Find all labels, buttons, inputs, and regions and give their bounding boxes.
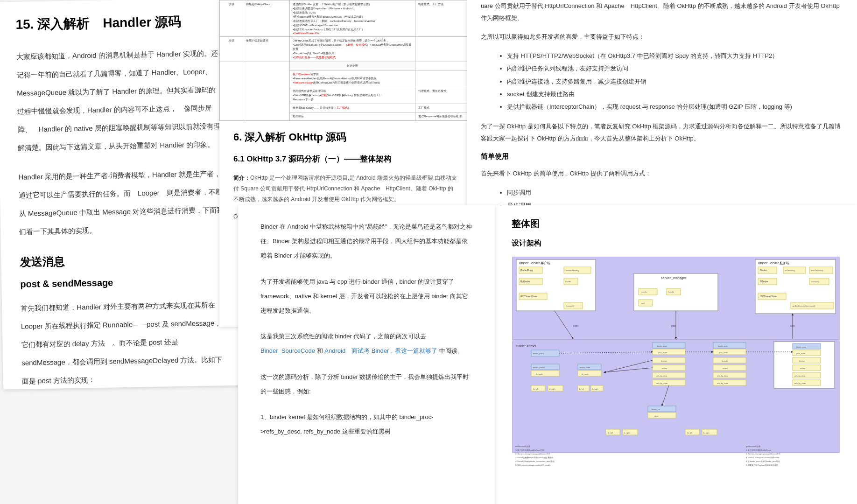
architecture-diagram: Binder Service客户端 BinderProxy transactNa… <box>512 257 840 481</box>
svg-rect-78 <box>793 357 821 363</box>
text: 这是我第三次系统性的阅读 binder 代码了，之前的两次可以去 <box>260 333 426 340</box>
paragraph: 之所以可以赢得如此多开发者的喜爱，主要得益于如下特点： <box>481 31 845 43</box>
subsection-heading: post & sendMessage <box>20 275 225 290</box>
svg-text:rb_left: rb_left <box>579 388 584 390</box>
svg-text:refs_by_node: refs_by_node <box>656 382 668 385</box>
svg-text:rb_node: rb_node <box>582 373 589 375</box>
svg-text:Binder: Binder <box>760 269 767 272</box>
feature-list: 支持 HTTPS/HTTP2/WebSocket（在 OkHttp3.7 中已经… <box>481 49 845 113</box>
svg-rect-51 <box>653 349 685 355</box>
svg-text:BpBinder: BpBinder <box>520 280 530 283</box>
svg-rect-104 <box>648 413 676 418</box>
binder-article-page: Binder 在 Android 中堪称武林秘籍中的"易筋经"，无论是菜鸟还是老… <box>238 205 495 504</box>
paragraph: Handler 采用的是一种生产者-消费者模型，Handler 就是生产者，通过… <box>18 164 225 241</box>
svg-text:desc: desc <box>654 415 658 417</box>
binder-diagram-page: 整体图 设计架构 Binder Service客户端 BinderProxy t… <box>495 205 857 504</box>
paragraph: 首先我们都知道，Handler 对外主要有两种方式来实现在其所在 Looper … <box>21 295 227 389</box>
svg-text:getService时步骤: getService时步骤 <box>746 445 760 448</box>
svg-text:threads: threads <box>722 360 728 362</box>
list-item: socket 创建支持最佳路由 <box>507 88 845 100</box>
svg-text:binder_procs: binder_procs <box>533 352 544 355</box>
svg-text:Binder Service客户端: Binder Service客户端 <box>519 261 550 265</box>
svg-text:rb_right: rb_right <box>624 432 630 434</box>
svg-text:service_manager: service_manager <box>661 276 686 280</box>
list-item: 支持 HTTPS/HTTP2/WebSocket（在 OkHttp3.7 中已经… <box>507 49 845 62</box>
svg-text:5. 存储service,manager.svcinfo记录: 5. 存储service,manager.svcinfo记录handle <box>515 464 551 466</box>
svg-text:binder_thread: binder_thread <box>533 366 545 369</box>
svg-text:proc_node: proc_node <box>658 351 667 354</box>
config-table: 步骤初始化OkHttpClient通过内部Builder设置一个OkHttp客户… <box>219 0 471 121</box>
paragraph: 这是我第三次系统性的阅读 binder 代码了，之前的两次可以去 Binder_… <box>260 329 472 358</box>
svg-rect-67 <box>713 365 746 371</box>
interview-link[interactable]: Android 面试考 Binder，看这一篇就够了 <box>324 347 437 354</box>
subsection-heading: 设计架构 <box>512 238 840 248</box>
svg-text:IPCThreadState: IPCThreadState <box>520 295 537 298</box>
svg-text:3. service_manager中svcinfo得到ha: 3. service_manager中svcinfo得到handle <box>746 456 780 459</box>
svg-rect-55 <box>653 365 685 371</box>
svg-text:transactNative(): transactNative() <box>566 269 579 272</box>
svg-text:addService时步骤: addService时步骤 <box>515 445 530 448</box>
section-heading: 6.1 OkHttp 3.7 源码分析（一）——整体架构 <box>233 154 457 164</box>
svg-text:onTransact(): onTransact() <box>785 269 795 272</box>
list-item: 提供拦截器链（InterceptorChain），实现 request 与 re… <box>507 100 845 113</box>
svg-text:rb_left: rb_left <box>687 432 693 434</box>
call-type-list: 同步调用 异步调用 <box>481 186 845 205</box>
svg-text:refs_by_desc: refs_by_desc <box>717 375 728 377</box>
svg-text:rb_left: rb_left <box>608 432 613 434</box>
list-item: 异步调用 <box>507 199 845 205</box>
handler-article-page: 15. 深入解析 Handler 源码 大家应该都知道，Android 的消息机… <box>0 0 246 389</box>
svg-text:refs_by_desc: refs_by_desc <box>794 375 806 377</box>
svg-text:2. Service_manager.proxy.addSe: 2. Service_manager.proxy.addService方法 <box>515 453 550 455</box>
svg-text:transact(): transact() <box>566 305 575 307</box>
svg-text:transact(): transact() <box>811 280 820 283</box>
svg-text:1. 客户端发起请求findByName: 1. 客户端发起请求findByName <box>746 449 772 451</box>
svg-text:ioctl: ioctl <box>790 324 794 327</box>
svg-text:2. Service_manager.proxy.getSe: 2. Service_manager.proxy.getService方法 <box>746 453 780 455</box>
svg-text:nod: nod <box>641 302 645 304</box>
section-heading: 整体图 <box>512 217 840 230</box>
svg-text:rb_right: rb_right <box>592 388 598 390</box>
intro-text: OkHttp 是一个处理网络请求的开源项目,是 Android 端最火热的轻量级… <box>233 175 457 203</box>
intro-label: 简介： <box>233 175 250 181</box>
paragraph: 大家应该都知道，Android 的消息机制是基于 Handler 实现的。还记得… <box>16 44 224 157</box>
paragraph: 为了一探 OkHttp 是如何具备以下特点的，笔者反复研究 OkHttp 框架源… <box>481 120 845 145</box>
svg-text:nodes: nodes <box>723 367 728 370</box>
text: 和 <box>315 347 324 354</box>
intro-paragraph: 简介：OkHttp 是一个处理网络请求的开源项目,是 Android 端最火热的… <box>233 173 457 204</box>
svg-text:binder_ref: binder_ref <box>652 408 660 411</box>
svg-rect-53 <box>653 357 685 363</box>
svg-text:binder_proc: binder_proc <box>657 345 667 347</box>
svg-rect-21 <box>639 300 653 306</box>
svg-text:1. 客户端发起请求addByName为例: 1. 客户端发起请求addByName为例 <box>515 449 544 451</box>
svg-text:BBinder: BBinder <box>760 280 768 283</box>
source-code-link[interactable]: Binder_SourceCode <box>260 347 315 354</box>
svg-text:proc_node: proc_node <box>719 351 728 354</box>
page-title: 6. 深入解析 OkHttp 源码 <box>233 130 457 144</box>
svg-text:rb_node: rb_node <box>536 373 543 375</box>
svg-rect-63 <box>713 349 746 355</box>
svg-text:refs_by_desc: refs_by_desc <box>656 375 667 377</box>
list-item: 内部维护连接池，支持多路复用，减少连接创建开销 <box>507 75 845 88</box>
page-title: 15. 深入解析 Handler 源码 <box>15 12 221 34</box>
svg-text:rb_right: rb_right <box>549 388 555 390</box>
svg-rect-80 <box>793 365 821 371</box>
paragraph: Binder 在 Android 中堪称武林秘籍中的"易筋经"，无论是菜鸟还是老… <box>260 219 472 263</box>
svg-rect-65 <box>713 357 746 363</box>
svg-text:threads: threads <box>661 360 667 362</box>
svg-text:binder_proc: binder_proc <box>718 345 728 347</box>
svg-text:IPCThreadState: IPCThreadState <box>760 295 777 298</box>
paragraph: 为了开发者能够使用 java 与 cpp 进行 binder 通信，binder… <box>260 274 472 318</box>
text: 中阅读。 <box>437 347 464 354</box>
svg-text:execTransact(): execTransact() <box>811 269 823 272</box>
svg-text:BinderProxy: BinderProxy <box>520 269 534 272</box>
svg-text:ioctl: ioctl <box>573 324 577 327</box>
svg-text:4. Kernel层Reply(binder_transac: 4. Kernel层Reply(binder_transaction_data)… <box>515 460 555 462</box>
paragraph: 1、binder kernel 是如何组织数据结构的，如其中的 binder_p… <box>260 410 472 439</box>
section-heading: 发送消息 <box>20 251 225 270</box>
svg-text:refs_by_node: refs_by_node <box>717 382 729 385</box>
svg-text:threads: threads <box>799 360 805 362</box>
svg-text:handle: handle <box>565 280 571 283</box>
svg-text:getAndExecuteCommand(): getAndExecuteCommand() <box>793 305 815 307</box>
paragraph: 这一次的源码分析，除了分析 binder 数据传输的主干，我会单独提炼出我平时的… <box>260 370 472 399</box>
svg-text:rb_left: rb_left <box>533 388 539 390</box>
